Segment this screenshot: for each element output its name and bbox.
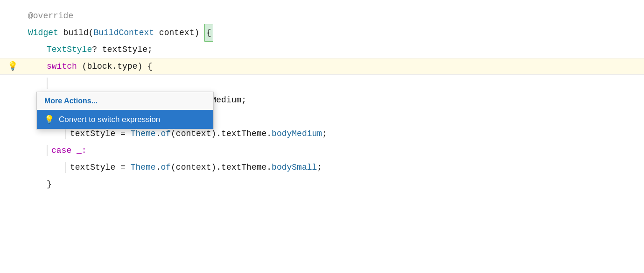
plain-text: context) [154,24,204,41]
vertical-indent-bar [47,78,48,89]
plain-text: . [156,159,161,176]
code-line: } [0,176,644,193]
code-line: case _: [0,142,644,159]
annotation-text: @override [28,7,73,24]
convert-switch-label: Convert to switch expression [59,115,160,124]
vertical-indent-bar [65,128,66,139]
method-body: bodyMedium [272,125,322,142]
more-actions-header[interactable]: More Actions... [37,92,213,110]
keyword-widget: Widget [28,24,58,41]
keyword-switch: switch [47,58,77,75]
vertical-indent-bar [47,145,48,156]
type-buildcontext: BuildContext [93,24,154,41]
switch-line: 💡 switch (block.type) { [0,58,644,75]
lightbulb-icon[interactable]: 💡 [7,58,18,75]
context-menu: More Actions... 💡 Convert to switch expr… [36,92,214,129]
plain-text: build( [58,24,94,41]
lightbulb-menu-icon: 💡 [44,115,54,124]
method-bodysmall: bodySmall [272,159,317,176]
code-line: textStyle = Theme . of (context).textThe… [0,159,644,176]
brace-open: { [204,24,213,42]
semicolon2: ; [317,159,322,176]
code-text: textStyle = [70,159,131,176]
close-brace: } [47,176,52,193]
plain-text: ? textStyle; [92,41,153,58]
vertical-indent-bar [65,162,66,173]
code-line: TextStyle ? textStyle; [0,41,644,58]
type-textstyle: TextStyle [47,41,92,58]
convert-switch-item[interactable]: 💡 Convert to switch expression [37,110,213,129]
keyword-case-default: case _: [51,142,87,159]
code-line: @override [0,7,644,24]
code-line [0,75,644,92]
semicolon: ; [322,125,327,142]
plain-text: (context).textTheme. [171,159,272,176]
code-editor: @override Widget build( BuildContext con… [0,0,644,273]
plain-text: (block.type) { [77,58,153,75]
code-line: Widget build( BuildContext context) { [0,24,644,41]
theme-ref2: Theme [131,159,156,176]
method-of2: of [161,159,171,176]
